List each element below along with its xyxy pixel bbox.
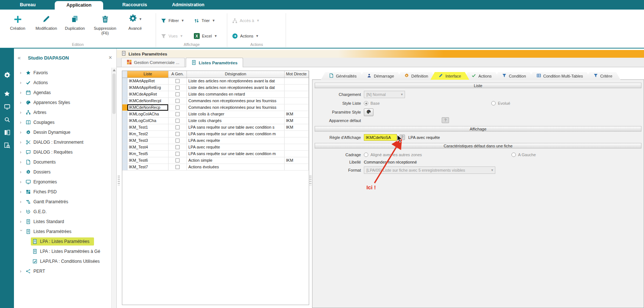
cell-a-gen[interactable] bbox=[169, 85, 187, 91]
format-select[interactable]: [LPA/05] Liste sur fiche avec 5 enregist… bbox=[364, 166, 495, 174]
tree-item-pert[interactable]: ›PERT bbox=[14, 266, 111, 276]
cell-mot-directeur[interactable] bbox=[285, 78, 309, 84]
checkbox[interactable] bbox=[176, 99, 180, 103]
style-base-radio[interactable]: Base bbox=[364, 101, 380, 106]
cell-liste[interactable]: IKMLogColACha bbox=[127, 111, 169, 117]
cell-liste[interactable]: IKM_Test6 bbox=[127, 157, 169, 164]
tree-item-listes-standard[interactable]: ›Listes Standard bbox=[14, 216, 111, 226]
collapse-icon[interactable]: « bbox=[18, 54, 21, 61]
row-selector[interactable] bbox=[122, 151, 127, 157]
tree-item-listes-parametrees[interactable]: ›Listes Paramétrées bbox=[14, 226, 111, 236]
monitor-icon[interactable] bbox=[0, 104, 14, 110]
checkbox[interactable] bbox=[176, 105, 180, 110]
tree-item-favoris[interactable]: ›Favoris bbox=[14, 68, 111, 78]
apparence-defaut-button[interactable]: ? bbox=[442, 117, 449, 123]
cell-designation[interactable]: Liste colis à charger bbox=[187, 111, 285, 117]
regle-affichage-help-button[interactable]: ? bbox=[399, 135, 405, 140]
tree-item-dialog-environnement[interactable]: ›DIALOG : Environnement bbox=[14, 137, 111, 147]
column-header-mot-directe[interactable]: Mot Directe bbox=[285, 71, 309, 78]
cell-liste[interactable]: IKM_Test7 bbox=[127, 164, 169, 170]
column-header-designation[interactable]: Désignation bbox=[187, 71, 285, 78]
table-row[interactable]: IKMLogColAChaListe colis à chargerIKM bbox=[122, 111, 309, 118]
right-splitter-grip[interactable] bbox=[310, 176, 311, 185]
cell-liste[interactable]: IKM_Test3 bbox=[127, 137, 169, 144]
tree-item-couplages[interactable]: ›Couplages bbox=[14, 117, 111, 127]
cell-a-gen[interactable] bbox=[169, 104, 187, 111]
cell-mot-directeur[interactable] bbox=[285, 137, 309, 144]
cell-mot-directeur[interactable] bbox=[285, 164, 309, 170]
cell-designation[interactable]: LPA avec requête bbox=[187, 137, 285, 144]
detail-tab-definition[interactable]: Définition bbox=[396, 72, 436, 80]
table-row[interactable]: IKM_Test6Action simpleIKM bbox=[122, 157, 309, 164]
table-row[interactable]: IKM_Test4LPA avec requête bbox=[122, 144, 309, 151]
table-row[interactable]: IKMLogColChaListe colis chargésIKM bbox=[122, 118, 309, 124]
tree-item-dessin-dynamique[interactable]: ›Dessin Dynamique bbox=[14, 127, 111, 137]
table-row[interactable]: IKm_Test5LPA sans requête sur une table … bbox=[122, 151, 309, 157]
tree-item-dialog-requetes[interactable]: ›DIALOG : Requêtes bbox=[14, 147, 111, 157]
table-row[interactable]: IKMArtAppRetListe des articles non récep… bbox=[122, 78, 309, 85]
cell-designation[interactable]: LPA avec requête bbox=[187, 144, 285, 150]
document-tab-listes-parametrees[interactable]: Listes Paramétrées bbox=[186, 58, 243, 67]
tree-scrollbar[interactable] bbox=[111, 68, 116, 308]
row-selector[interactable] bbox=[122, 164, 127, 170]
cell-a-gen[interactable] bbox=[169, 157, 187, 164]
cell-designation[interactable]: Commandes non réceptionnées pour les fou… bbox=[187, 98, 285, 104]
cell-mot-directeur[interactable] bbox=[285, 104, 309, 111]
cell-liste[interactable]: IKMCdeNonRecp bbox=[127, 104, 169, 111]
table-row[interactable]: IKMCdeNonRecpCommandes non réceptionnées… bbox=[122, 104, 309, 111]
tree-item-lpa-listes-parametrees-a-ge[interactable]: ›LPA : Listes Paramétrées à Gé bbox=[14, 246, 111, 256]
checkbox[interactable] bbox=[176, 119, 180, 123]
document-tab-gestion-commerciale[interactable]: Gestion Commerciale ... bbox=[121, 58, 185, 67]
cell-mot-directeur[interactable]: IKM bbox=[285, 111, 309, 117]
actions-button[interactable]: Actions▼ bbox=[232, 32, 259, 40]
menu-tab-administration[interactable]: Administration bbox=[166, 0, 210, 10]
checkbox[interactable] bbox=[176, 79, 180, 83]
cell-designation[interactable]: Liste des commandes en retard bbox=[187, 91, 285, 97]
cell-a-gen[interactable] bbox=[169, 111, 187, 117]
cell-mot-directeur[interactable] bbox=[285, 98, 309, 104]
row-selector[interactable] bbox=[122, 137, 127, 144]
vues-button[interactable]: Vues▼ bbox=[161, 32, 183, 40]
cell-liste[interactable]: IKMLogColCha bbox=[127, 118, 169, 124]
cell-a-gen[interactable] bbox=[169, 151, 187, 157]
tree-item-documents[interactable]: ›Documents bbox=[14, 157, 111, 167]
tree-item-actions[interactable]: ›Actions bbox=[14, 78, 111, 87]
detail-tab-interface[interactable]: Interface bbox=[430, 72, 469, 80]
row-selector[interactable] bbox=[122, 104, 127, 111]
row-selector[interactable] bbox=[122, 111, 127, 117]
board-icon[interactable] bbox=[0, 129, 14, 136]
avance-button[interactable]: ▼ Avancé bbox=[121, 13, 149, 36]
cell-designation[interactable]: Action simple bbox=[187, 157, 285, 164]
cell-a-gen[interactable] bbox=[169, 124, 187, 130]
excel-button[interactable]: X Excel▼ bbox=[194, 32, 217, 40]
detail-tab-condition-multi-tables[interactable]: Condition Multi-Tables bbox=[528, 72, 591, 80]
cell-a-gen[interactable] bbox=[169, 91, 187, 97]
cell-a-gen[interactable] bbox=[169, 131, 187, 137]
favorites-star-icon[interactable] bbox=[0, 90, 14, 97]
menu-tab-raccourcis[interactable]: Raccourcis bbox=[116, 0, 153, 10]
checkbox[interactable] bbox=[176, 132, 180, 136]
style-evolue-radio[interactable]: Evolué bbox=[491, 101, 510, 106]
cell-a-gen[interactable] bbox=[169, 78, 187, 84]
cell-mot-directeur[interactable] bbox=[285, 91, 309, 97]
column-header-a-gen[interactable]: A Gen. bbox=[169, 71, 187, 78]
detail-tab-demarrage[interactable]: Démarrage bbox=[359, 72, 402, 80]
checkbox[interactable] bbox=[176, 152, 180, 156]
detail-tab-condition[interactable]: Condition bbox=[494, 72, 534, 80]
row-selector[interactable] bbox=[122, 91, 127, 97]
table-row[interactable]: IKM_Test3LPA avec requête bbox=[122, 137, 309, 144]
tree-item-ergonomies[interactable]: ›Ergonomies bbox=[14, 177, 111, 187]
table-row[interactable]: IKMCdeNonRecplCommandes non réceptionnée… bbox=[122, 98, 309, 104]
checkbox[interactable] bbox=[176, 145, 180, 149]
cell-mot-directeur[interactable] bbox=[285, 144, 309, 150]
scroll-up-arrow-icon[interactable] bbox=[113, 69, 116, 71]
checkbox[interactable] bbox=[176, 139, 180, 143]
cell-designation[interactable]: LPA sans requête sur une table avec cond… bbox=[187, 124, 285, 130]
cell-designation[interactable]: Liste des articles non réceptionnées ava… bbox=[187, 85, 285, 91]
filtrer-button[interactable]: Filtrer▼ bbox=[161, 16, 184, 25]
menu-tab-bureau[interactable]: Bureau bbox=[14, 0, 41, 10]
trier-button[interactable]: Trier▼ bbox=[194, 16, 215, 25]
cell-designation[interactable]: Liste colis chargés bbox=[187, 118, 285, 124]
left-splitter-grip[interactable] bbox=[118, 176, 119, 185]
checkbox[interactable] bbox=[176, 112, 180, 116]
